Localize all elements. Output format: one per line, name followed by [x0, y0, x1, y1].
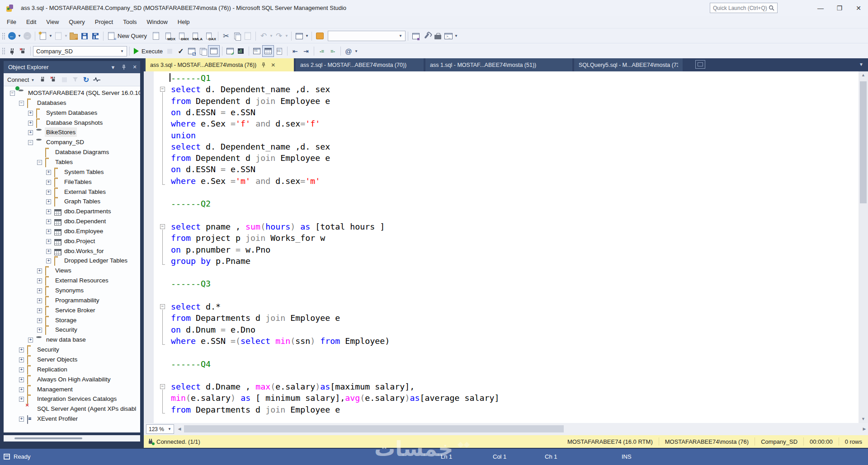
cancel-query-button[interactable] — [165, 46, 175, 56]
paste-button[interactable] — [242, 31, 253, 42]
orange-toolbox-icon[interactable] — [314, 31, 325, 42]
object-explorer-hscrollbar[interactable] — [4, 435, 140, 442]
expand-icon[interactable]: + — [28, 111, 33, 116]
tree-item[interactable]: +Replication — [4, 365, 140, 375]
command-window-dropdown[interactable]: ▼ — [454, 31, 458, 42]
tree-item[interactable]: +FileTables — [4, 178, 140, 187]
save-button[interactable] — [79, 31, 90, 42]
code-line[interactable]: min(e.salary) as [ minimum salary],avg(e… — [171, 392, 500, 404]
decrease-indent-button[interactable]: ⇤ — [290, 46, 301, 56]
query-toolbar-dropdown[interactable]: ▼ — [354, 46, 359, 56]
object-explorer-header[interactable]: Object Explorer ▼ ✕ — [4, 61, 140, 73]
close-icon[interactable]: ✕ — [129, 61, 140, 73]
scrollbar-thumb[interactable] — [860, 81, 867, 203]
query-options-button[interactable] — [197, 46, 208, 56]
pin-icon[interactable] — [118, 61, 129, 73]
undo-dropdown[interactable]: ▼ — [269, 31, 274, 42]
expand-icon[interactable]: + — [28, 338, 33, 343]
tree-item[interactable]: +dbo.Departments — [4, 207, 140, 216]
tab-list-dropdown-icon[interactable]: ▼ — [859, 62, 863, 67]
tree-item[interactable]: +dbo.Dependent — [4, 217, 140, 226]
quick-launch-search[interactable]: Quick Launch (Ctrl+Q) — [710, 3, 778, 13]
connect-button[interactable]: Connect — [7, 76, 29, 83]
open-file-button[interactable]: ➜ — [68, 31, 79, 42]
tree-item[interactable]: +XEvent Profiler — [4, 414, 140, 424]
scrollbar-thumb[interactable] — [14, 437, 82, 439]
dax-query-button[interactable]: DAX — [202, 31, 216, 42]
activity-monitor-icon[interactable] — [91, 74, 102, 85]
increase-indent-button[interactable]: ⇥ — [301, 46, 311, 56]
estimated-plan-button[interactable] — [186, 46, 197, 56]
expand-icon[interactable]: + — [37, 308, 42, 313]
tree-item[interactable]: +Server Objects — [4, 355, 140, 365]
expand-icon[interactable]: + — [37, 278, 42, 283]
execute-button[interactable]: Execute — [132, 48, 165, 55]
tree-item[interactable]: −Databases — [4, 99, 140, 108]
navigate-to-dropdown[interactable]: ▼ — [305, 31, 309, 42]
uncomment-button[interactable]: ≡- — [327, 46, 338, 56]
redo-dropdown[interactable]: ▼ — [284, 31, 289, 42]
scrollbar-thumb[interactable] — [184, 425, 564, 432]
actual-plan-button[interactable]: ✓ — [225, 46, 236, 56]
collapse-outline-icon[interactable]: − — [160, 384, 165, 389]
expand-icon[interactable]: + — [46, 170, 51, 175]
code-line[interactable]: select d.Dname , max(e.salary)as[maximum… — [171, 381, 415, 392]
menu-query[interactable]: Query — [64, 16, 90, 28]
xmla-query-button[interactable]: XMLA — [189, 31, 202, 42]
collapse-outline-icon[interactable]: − — [160, 304, 165, 309]
template-parameters-button[interactable]: @ — [343, 46, 354, 56]
expand-icon[interactable]: + — [37, 318, 42, 323]
stop-icon[interactable] — [59, 74, 70, 85]
add-item-dropdown[interactable]: ▼ — [64, 31, 68, 42]
code-line[interactable]: from Dependent d join Employee e — [171, 95, 330, 107]
tree-item[interactable]: +Service Broker — [4, 306, 140, 315]
redo-button[interactable]: ↷ — [274, 31, 284, 42]
add-item-button[interactable] — [53, 31, 64, 42]
expand-icon[interactable]: + — [19, 377, 24, 382]
new-query-button[interactable]: New Query — [118, 33, 147, 39]
tree-item[interactable]: +Integration Services Catalogs — [4, 395, 140, 404]
tree-item[interactable]: +System Databases — [4, 108, 140, 118]
expand-icon[interactable]: + — [37, 268, 42, 273]
tree-item[interactable]: +External Resources — [4, 276, 140, 286]
new-item-button[interactable]: ✱ — [38, 31, 48, 42]
expand-icon[interactable]: + — [19, 357, 24, 362]
tree-item[interactable]: −Tables — [4, 158, 140, 167]
collapse-icon[interactable]: − — [19, 101, 24, 106]
collapse-outline-icon[interactable]: − — [160, 87, 165, 92]
expand-icon[interactable]: + — [46, 180, 51, 185]
scroll-down-icon[interactable]: ▼ — [859, 415, 868, 423]
toolbox-icon[interactable] — [432, 31, 443, 42]
collapse-icon[interactable]: − — [10, 91, 15, 96]
code-line[interactable]: group by p.Pname — [171, 255, 250, 267]
filter-icon[interactable] — [70, 74, 80, 85]
tree-item[interactable]: +Storage — [4, 316, 140, 325]
expand-icon[interactable]: + — [46, 219, 51, 224]
tree-item[interactable]: +Always On High Availability — [4, 375, 140, 385]
zoom-level-select[interactable]: 123 % ▼ — [146, 424, 174, 434]
window-position-dropdown-icon[interactable]: ▼ — [108, 61, 118, 73]
code-line[interactable]: ------Q4 — [171, 358, 211, 370]
expand-icon[interactable]: + — [37, 288, 42, 293]
code-line[interactable]: ------Q1 — [171, 72, 211, 84]
minimize-button[interactable]: — — [811, 0, 830, 16]
tree-item[interactable]: +External Tables — [4, 188, 140, 197]
tree-item[interactable]: +dbo.Works_for — [4, 247, 140, 256]
menu-window[interactable]: Window — [142, 16, 173, 28]
expand-icon[interactable]: + — [19, 397, 24, 402]
connect-icon[interactable] — [6, 46, 17, 56]
maximize-button[interactable]: ❐ — [830, 0, 849, 16]
tree-item[interactable]: −SQL Server Agent (Agent XPs disabl — [4, 404, 140, 414]
expand-icon[interactable]: + — [46, 249, 51, 254]
expand-icon[interactable]: + — [19, 367, 24, 372]
tree-item[interactable]: −Company_SD — [4, 138, 140, 147]
expand-icon[interactable]: + — [37, 328, 42, 333]
collapse-icon[interactable]: − — [28, 140, 33, 145]
new-query-icon[interactable]: ≡ — [106, 31, 117, 42]
connect-plug-icon[interactable] — [37, 74, 48, 85]
expand-icon[interactable]: + — [37, 298, 42, 303]
scroll-left-icon[interactable]: ◀ — [176, 423, 183, 435]
tree-item[interactable]: −MOSTAFARABEE74 (SQL Server 16.0.10 — [4, 89, 140, 98]
code-line[interactable]: where e.SSN =(select min(ssn) from Emplo… — [171, 335, 390, 347]
code-line[interactable]: where e.Sex ='m' and d.sex='m' — [171, 175, 320, 187]
